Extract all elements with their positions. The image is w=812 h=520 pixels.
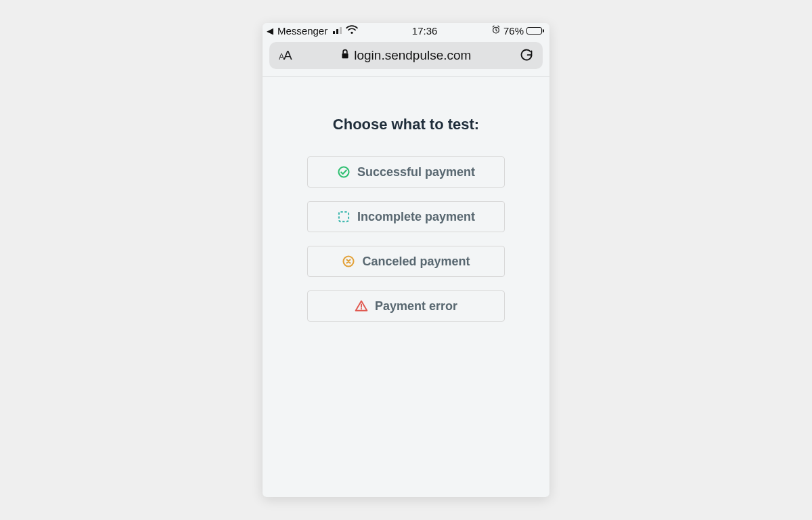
alarm-icon: [491, 25, 501, 37]
phone-frame: ◀ Messenger 17:36 76%: [263, 23, 549, 497]
browser-chrome: AA login.sendpulse.com: [263, 38, 549, 77]
test-payment-error-button[interactable]: Payment error: [307, 290, 505, 322]
option-label: Payment error: [375, 299, 457, 313]
option-label: Incomplete payment: [357, 210, 475, 224]
test-incomplete-payment-button[interactable]: Incomplete payment: [307, 201, 505, 232]
back-app-label[interactable]: Messenger: [277, 25, 328, 37]
svg-point-6: [361, 308, 362, 309]
x-circle-icon: [342, 255, 355, 268]
battery-percent: 76%: [503, 25, 524, 37]
dashed-square-icon: [337, 210, 351, 223]
back-arrow-icon[interactable]: ◀: [267, 26, 273, 36]
svg-point-2: [338, 167, 348, 177]
page-heading: Choose what to test:: [333, 116, 479, 133]
lock-icon: [340, 49, 350, 62]
status-bar: ◀ Messenger 17:36 76%: [263, 23, 549, 38]
reader-aa-button[interactable]: AA: [279, 48, 292, 63]
test-canceled-payment-button[interactable]: Canceled payment: [307, 246, 505, 277]
check-circle-icon: [337, 165, 351, 179]
wifi-icon: [346, 25, 358, 37]
test-successful-payment-button[interactable]: Successful payment: [307, 156, 505, 188]
refresh-button[interactable]: [520, 48, 533, 63]
page-content: Choose what to test: Successful payment …: [263, 77, 549, 497]
battery-icon: [526, 27, 544, 35]
warning-triangle-icon: [355, 299, 368, 313]
cellular-icon: [333, 27, 342, 34]
url-text: login.sendpulse.com: [354, 48, 471, 63]
status-time: 17:36: [412, 25, 438, 37]
option-label: Successful payment: [357, 165, 475, 179]
svg-rect-3: [339, 212, 348, 221]
option-label: Canceled payment: [362, 255, 470, 269]
svg-rect-1: [342, 53, 348, 58]
address-bar[interactable]: AA login.sendpulse.com: [269, 42, 543, 69]
